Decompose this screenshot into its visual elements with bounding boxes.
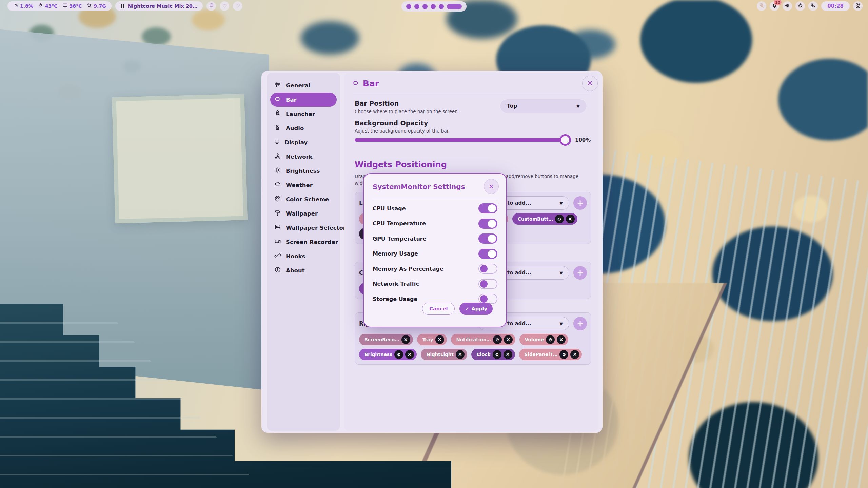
volume-button[interactable]: [783, 1, 792, 11]
stat-value: 38°C: [70, 3, 82, 9]
remove-icon[interactable]: ×: [504, 335, 513, 344]
add-widget-button[interactable]: +: [573, 196, 587, 210]
widget-chip-nightlight[interactable]: NightLight×: [421, 349, 467, 360]
widget-chip-volume[interactable]: Volume⚙×: [519, 334, 568, 345]
toggle-cpu-temperature[interactable]: [478, 219, 497, 229]
sidebar-item-general[interactable]: General: [270, 78, 337, 93]
gear-icon[interactable]: ⚙: [493, 350, 501, 359]
widget-chip-tray[interactable]: Tray×: [417, 334, 447, 345]
workspace-indicator[interactable]: [401, 1, 467, 12]
chip-label: CustomButt…: [518, 216, 553, 222]
workspace-dot[interactable]: [414, 4, 419, 9]
workspace-dot[interactable]: [406, 4, 411, 9]
rocket-icon: [274, 110, 281, 118]
sliders-icon: [274, 81, 281, 89]
widget-chip-brightness[interactable]: Brightness⚙×: [359, 349, 417, 360]
chip-label: Clock: [477, 352, 491, 357]
pause-icon[interactable]: [121, 4, 124, 8]
system-stats-pill[interactable]: 1.8%43°C38°C9.7G: [7, 1, 112, 11]
widget-chip-notification[interactable]: Notification…⚙×: [451, 334, 515, 345]
mic-button[interactable]: [757, 1, 766, 11]
systemmonitor-settings-modal: SystemMonitor Settings ✕ CPU UsageCPU Te…: [363, 173, 507, 327]
sidebar-item-network[interactable]: Network: [270, 149, 337, 164]
sidebar-item-screen-recorder[interactable]: Screen Recorder: [270, 235, 337, 249]
toggle-gpu-temperature[interactable]: [478, 233, 497, 244]
paint-roller-icon: [274, 209, 281, 218]
toggle-label: Memory As Percentage: [373, 266, 443, 272]
oval-icon: [274, 96, 281, 104]
widget-chip-screenreco[interactable]: ScreenReco…×: [359, 334, 413, 345]
sidebar-item-about[interactable]: About: [270, 263, 337, 278]
widget-chip-custombutt[interactable]: CustomButt…⚙×: [512, 213, 577, 225]
remove-icon[interactable]: ×: [401, 335, 410, 344]
bar-position-description: Choose where to place the bar on the scr…: [355, 109, 459, 114]
add-widget-button[interactable]: +: [573, 317, 587, 330]
workspace-dot[interactable]: [439, 4, 444, 9]
favorite-button[interactable]: ♡: [220, 1, 229, 11]
remove-icon[interactable]: ×: [456, 350, 465, 359]
remove-icon[interactable]: ×: [557, 335, 566, 344]
apply-button[interactable]: ✓ Apply: [459, 303, 493, 315]
workspace-dot[interactable]: [431, 4, 436, 9]
sidebar-item-color-scheme[interactable]: Color Scheme: [270, 192, 337, 206]
stat-value: 43°C: [45, 3, 58, 9]
notifications-button[interactable]: 10: [770, 1, 779, 11]
toggle-label: Network Traffic: [373, 281, 419, 287]
toggle-network-traffic[interactable]: [478, 279, 497, 289]
remove-icon[interactable]: ×: [566, 215, 575, 223]
gauge-icon: [13, 3, 18, 9]
remove-icon[interactable]: ×: [570, 350, 579, 359]
sidebar-item-weather[interactable]: Weather: [270, 178, 337, 192]
gear-icon[interactable]: ⚙: [394, 350, 403, 359]
sidebar-item-label: Screen Recorder: [286, 239, 338, 245]
opacity-slider[interactable]: [355, 138, 570, 142]
remove-icon[interactable]: ×: [504, 350, 512, 359]
brightness-icon: [274, 167, 281, 175]
cancel-button[interactable]: Cancel: [422, 303, 455, 315]
media-player-pill[interactable]: Nightcore Music Mix 20…: [115, 1, 203, 11]
sidebar-item-audio[interactable]: Audio: [270, 121, 337, 135]
sidebar-item-label: Bar: [286, 97, 297, 103]
opacity-value: 100%: [575, 137, 591, 143]
monitor-icon: [274, 139, 280, 146]
modal-close-button[interactable]: ✕: [484, 179, 499, 194]
gear-icon[interactable]: ⚙: [493, 335, 502, 344]
media-title: Nightcore Music Mix 20…: [128, 3, 198, 9]
add-widget-button[interactable]: +: [573, 266, 587, 280]
sidebar-item-label: Color Scheme: [286, 196, 329, 203]
gear-icon[interactable]: ⚙: [559, 350, 568, 359]
gear-icon[interactable]: ⚙: [555, 215, 564, 223]
sidebar-item-label: Weather: [286, 182, 313, 188]
sidebar-item-label: Audio: [286, 125, 304, 131]
close-button[interactable]: ✕: [582, 76, 598, 91]
night-light-button[interactable]: [808, 1, 818, 11]
favorite-button[interactable]: ♡: [233, 1, 242, 11]
remove-icon[interactable]: ×: [435, 335, 444, 344]
toggle-memory-usage[interactable]: [478, 249, 497, 259]
chip-label: Volume: [525, 337, 544, 342]
sidebar-item-bar[interactable]: Bar: [270, 93, 337, 107]
skull-button[interactable]: [206, 1, 216, 11]
toggle-memory-as-percentage[interactable]: [478, 264, 497, 274]
monitor-icon: [62, 3, 68, 9]
page-title: Bar: [363, 79, 379, 88]
chevron-down-icon: ▼: [559, 321, 563, 326]
remove-icon[interactable]: ×: [405, 350, 414, 359]
sidebar-item-wallpaper-selector[interactable]: Wallpaper Selector: [270, 221, 337, 235]
sidebar-item-hooks[interactable]: Hooks: [270, 249, 337, 263]
workspace-active[interactable]: [447, 4, 462, 9]
sidebar-item-brightness[interactable]: Brightness: [270, 164, 337, 178]
widget-chip-clock[interactable]: Clock⚙×: [471, 349, 515, 360]
toggle-cpu-usage[interactable]: [478, 203, 497, 214]
gear-icon[interactable]: ⚙: [546, 335, 555, 344]
brightness-button[interactable]: [795, 1, 805, 11]
sidebar-item-launcher[interactable]: Launcher: [270, 107, 337, 121]
sidebar-item-wallpaper[interactable]: Wallpaper: [270, 206, 337, 221]
bar-position-dropdown[interactable]: Top ▼: [500, 99, 587, 113]
widget-chip-sidepanelt[interactable]: SidePanelT…⚙×: [519, 349, 582, 360]
sidebar-item-display[interactable]: Display: [270, 135, 337, 149]
dashboard-button[interactable]: [853, 1, 863, 11]
opacity-slider-thumb[interactable]: [559, 134, 571, 146]
workspace-dot[interactable]: [422, 4, 428, 9]
clock[interactable]: 00:28: [821, 1, 850, 11]
